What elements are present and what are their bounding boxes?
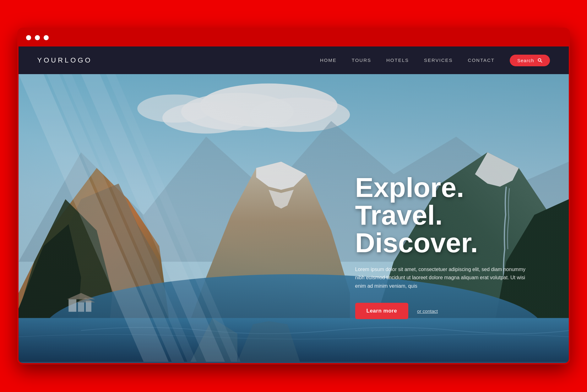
hero-section: Explore. Travel. Discover. Lorem ipsum d… — [19, 74, 569, 363]
hero-actions: Learn more or contact — [355, 303, 531, 319]
browser-window: YOURLOGO HOME TOURS HOTELS SERVICES CONT… — [17, 28, 570, 364]
search-icon — [537, 58, 542, 63]
nav-link-tours[interactable]: TOURS — [352, 57, 371, 63]
nav-link-home[interactable]: HOME — [320, 57, 337, 63]
hero-title-line2: Travel. — [355, 199, 443, 231]
nav-link-contact[interactable]: CONTACT — [468, 57, 495, 63]
nav-item-hotels[interactable]: HOTELS — [386, 57, 409, 63]
nav-item-home[interactable]: HOME — [320, 57, 337, 63]
nav-item-tours[interactable]: TOURS — [352, 57, 371, 63]
search-button[interactable]: Search — [510, 55, 550, 66]
learn-more-button[interactable]: Learn more — [355, 303, 409, 319]
svg-line-1 — [541, 61, 542, 62]
website: YOURLOGO HOME TOURS HOTELS SERVICES CONT… — [19, 46, 569, 363]
hero-title-line1: Explore. — [355, 172, 464, 203]
search-label: Search — [517, 58, 534, 63]
traffic-light-close[interactable] — [26, 35, 31, 40]
nav-item-contact[interactable]: CONTACT — [468, 57, 495, 63]
nav-item-services[interactable]: SERVICES — [424, 57, 453, 63]
or-contact-link[interactable]: or contact — [417, 308, 438, 314]
navbar: YOURLOGO HOME TOURS HOTELS SERVICES CONT… — [19, 46, 569, 74]
logo: YOURLOGO — [37, 56, 92, 64]
hero-content: Explore. Travel. Discover. Lorem ipsum d… — [355, 174, 531, 319]
hero-title: Explore. Travel. Discover. — [355, 174, 531, 257]
browser-titlebar — [19, 29, 569, 46]
hero-description: Lorem ipsum dolor sit amet, consectetuer… — [355, 265, 531, 290]
nav-link-hotels[interactable]: HOTELS — [386, 57, 409, 63]
traffic-light-minimize[interactable] — [35, 35, 40, 40]
nav-link-services[interactable]: SERVICES — [424, 57, 453, 63]
search-button-wrapper[interactable]: Search — [510, 55, 550, 66]
hero-title-line3: Discover. — [355, 227, 478, 258]
traffic-light-maximize[interactable] — [44, 35, 49, 40]
nav-links: HOME TOURS HOTELS SERVICES CONTACT Searc… — [320, 55, 550, 66]
